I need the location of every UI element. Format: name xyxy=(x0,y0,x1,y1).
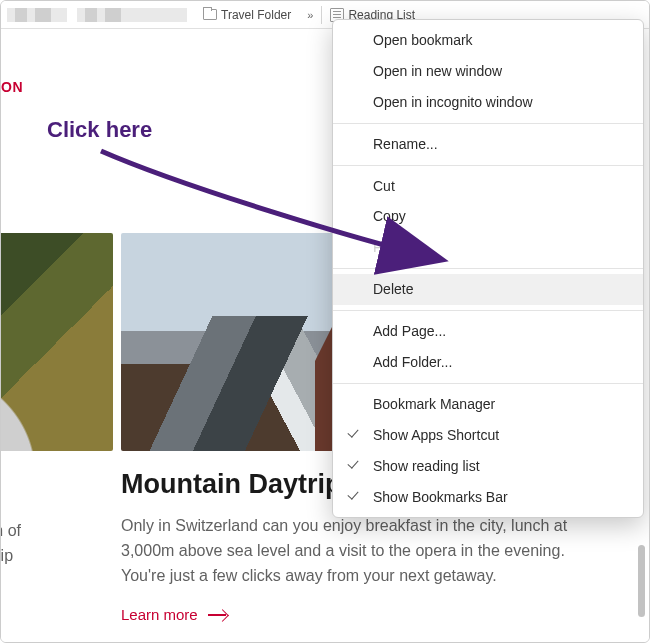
bookmark-item-blurred[interactable] xyxy=(77,8,187,22)
menu-add-page[interactable]: Add Page... xyxy=(333,316,643,347)
separator xyxy=(321,6,322,24)
folder-icon xyxy=(203,9,217,20)
menu-separator xyxy=(333,310,643,311)
menu-separator xyxy=(333,165,643,166)
menu-separator xyxy=(333,383,643,384)
menu-show-apps-shortcut[interactable]: Show Apps Shortcut xyxy=(333,420,643,451)
bookmarks-overflow-button[interactable]: » xyxy=(301,9,319,21)
menu-paste[interactable]: Paste xyxy=(333,232,643,263)
bookmark-folder-label: Travel Folder xyxy=(221,8,291,22)
menu-show-reading-list[interactable]: Show reading list xyxy=(333,451,643,482)
bookmark-folder-travel[interactable]: Travel Folder xyxy=(197,6,297,24)
menu-show-bookmarks-bar[interactable]: Show Bookmarks Bar xyxy=(333,482,643,513)
menu-open-bookmark[interactable]: Open bookmark xyxy=(333,25,643,56)
menu-rename[interactable]: Rename... xyxy=(333,129,643,160)
menu-delete[interactable]: Delete xyxy=(333,274,643,305)
menu-copy[interactable]: Copy xyxy=(333,201,643,232)
article-fragment-left: entration of a road trip xyxy=(1,519,111,569)
menu-separator xyxy=(333,268,643,269)
scrollbar-thumb[interactable] xyxy=(638,545,645,617)
article-body: Only in Switzerland can you enjoy breakf… xyxy=(121,514,601,588)
menu-add-folder[interactable]: Add Folder... xyxy=(333,347,643,378)
nav-tab-partial[interactable]: ON xyxy=(1,79,23,95)
menu-bookmark-manager[interactable]: Bookmark Manager xyxy=(333,389,643,420)
learn-more-link[interactable]: Learn more xyxy=(121,606,601,623)
bookmark-context-menu: Open bookmark Open in new window Open in… xyxy=(332,19,644,518)
annotation-label: Click here xyxy=(47,117,152,143)
menu-cut[interactable]: Cut xyxy=(333,171,643,202)
menu-separator xyxy=(333,123,643,124)
card-image-road[interactable] xyxy=(1,233,113,451)
menu-open-incognito[interactable]: Open in incognito window xyxy=(333,87,643,118)
bookmark-item-blurred[interactable] xyxy=(7,8,67,22)
arrow-right-icon xyxy=(208,614,226,616)
menu-open-new-window[interactable]: Open in new window xyxy=(333,56,643,87)
learn-more-label: Learn more xyxy=(121,606,198,623)
